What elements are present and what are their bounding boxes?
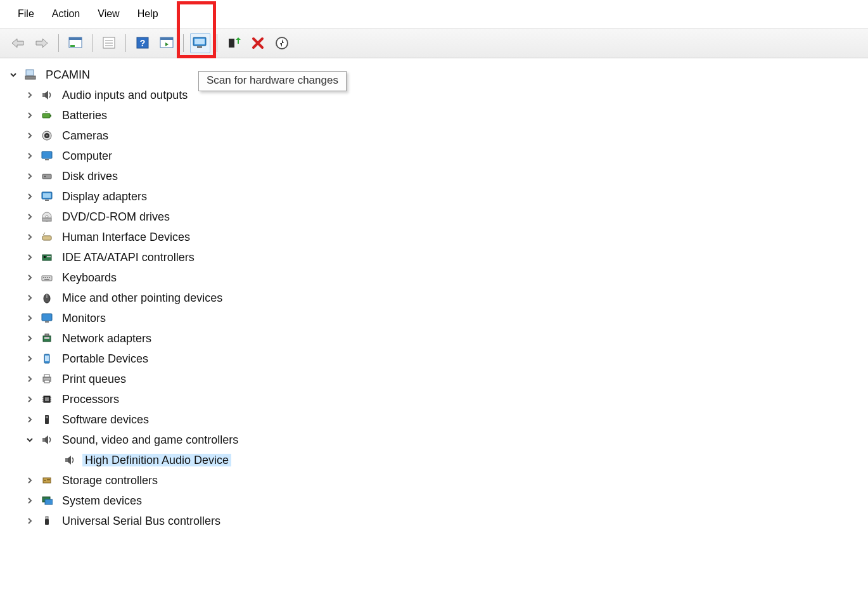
svg-marker-74 [68, 456, 71, 465]
toolbar-disable-button[interactable] [272, 33, 292, 53]
menu-action[interactable]: Action [43, 4, 89, 23]
update-driver-icon [227, 36, 241, 50]
toolbar-scan-hardware-button[interactable] [190, 33, 210, 53]
category-label[interactable]: Processors [60, 393, 122, 406]
tree-category[interactable]: Sound, video and game controllers [8, 430, 868, 450]
arrow-left-icon [11, 37, 25, 49]
tree-device[interactable]: High Definition Audio Device [8, 450, 868, 470]
category-label[interactable]: Human Interface Devices [60, 231, 193, 243]
tree-category[interactable]: Batteries [8, 105, 868, 125]
hid-icon [41, 231, 53, 243]
category-label[interactable]: Keyboards [60, 271, 119, 284]
expander-collapsed-icon[interactable] [24, 89, 35, 101]
root-label[interactable]: PCAMIN [43, 68, 93, 81]
tree-category[interactable]: Processors [8, 389, 868, 409]
tree-category[interactable]: Computer [8, 146, 868, 166]
category-label[interactable]: DVD/CD-ROM drives [60, 210, 172, 223]
toolbar: ? [0, 28, 868, 58]
expander-collapsed-icon[interactable] [24, 292, 35, 304]
expander-collapsed-icon[interactable] [24, 110, 35, 121]
printer-icon [41, 373, 53, 385]
expander-collapsed-icon[interactable] [24, 252, 35, 263]
category-label[interactable]: Monitors [60, 312, 108, 324]
expander-collapsed-icon[interactable] [24, 414, 35, 425]
tree-category[interactable]: DVD/CD-ROM drives [8, 207, 868, 227]
storage-icon [41, 474, 53, 487]
battery-icon [41, 109, 53, 122]
tree-category[interactable]: Mice and other pointing devices [8, 288, 868, 308]
category-label[interactable]: Sound, video and game controllers [60, 433, 241, 446]
expander-collapsed-icon[interactable] [24, 475, 35, 486]
svg-rect-28 [42, 151, 52, 158]
expander-collapsed-icon[interactable] [24, 272, 35, 283]
tree-category[interactable]: Disk drives [8, 166, 868, 186]
tree-root[interactable]: PCAMIN [8, 65, 868, 85]
device-label[interactable]: High Definition Audio Device [82, 454, 231, 466]
tree-category[interactable]: Portable Devices [8, 349, 868, 369]
tree-category[interactable]: Storage controllers [8, 470, 868, 491]
category-label[interactable]: Network adapters [60, 332, 154, 345]
toolbar-help-button[interactable]: ? [132, 33, 153, 53]
tree-category[interactable]: Display adapters [8, 186, 868, 207]
tree-category[interactable]: Monitors [8, 308, 868, 328]
menu-view[interactable]: View [89, 4, 128, 23]
svg-rect-55 [44, 337, 49, 339]
tree-category[interactable]: Network adapters [8, 328, 868, 349]
menu-help[interactable]: Help [129, 4, 167, 23]
expander-collapsed-icon[interactable] [24, 394, 35, 405]
expander-collapsed-icon[interactable] [24, 515, 35, 527]
svg-marker-72 [45, 435, 48, 444]
mouse-icon [41, 292, 53, 304]
expander-expanded-icon[interactable] [8, 69, 19, 80]
expander-collapsed-icon[interactable] [24, 130, 35, 141]
tree-category[interactable]: Human Interface Devices [8, 227, 868, 247]
expander-collapsed-icon[interactable] [24, 150, 35, 162]
category-label[interactable]: System devices [60, 494, 144, 507]
category-label[interactable]: Display adapters [60, 190, 150, 203]
portable-icon [41, 352, 53, 365]
expander-collapsed-icon[interactable] [24, 495, 35, 506]
category-label[interactable]: Portable Devices [60, 352, 151, 365]
svg-rect-79 [45, 499, 53, 504]
toolbar-uninstall-button[interactable] [248, 33, 268, 53]
network-icon [41, 332, 53, 345]
toolbar-refresh-button[interactable] [156, 33, 177, 53]
menu-file[interactable]: File [9, 4, 43, 23]
category-label[interactable]: Universal Serial Bus controllers [60, 515, 223, 527]
category-label[interactable]: Print queues [60, 373, 129, 385]
tree-category[interactable]: IDE ATA/ATAPI controllers [8, 247, 868, 267]
expander-collapsed-icon[interactable] [24, 191, 35, 202]
toolbar-show-hide-tree-button[interactable] [65, 33, 86, 53]
tree-category[interactable]: Software devices [8, 409, 868, 430]
toolbar-properties-button[interactable] [99, 33, 119, 53]
expander-collapsed-icon[interactable] [24, 170, 35, 182]
tree-category[interactable]: System devices [8, 491, 868, 511]
expander-collapsed-icon[interactable] [24, 373, 35, 385]
expander-collapsed-icon[interactable] [24, 333, 35, 344]
category-label[interactable]: Storage controllers [60, 474, 160, 487]
toolbar-back-button[interactable] [8, 33, 28, 53]
tree-category[interactable]: Print queues [8, 369, 868, 389]
device-tree[interactable]: PCAMIN Audio inputs and outputs Batterie… [0, 58, 868, 531]
category-label[interactable]: Software devices [60, 413, 151, 426]
toolbar-forward-button[interactable] [32, 33, 52, 53]
category-label[interactable]: Mice and other pointing devices [60, 292, 225, 304]
expander-collapsed-icon[interactable] [24, 231, 35, 243]
category-label[interactable]: Disk drives [60, 170, 120, 183]
category-label[interactable]: Cameras [60, 129, 111, 142]
category-label[interactable]: Computer [60, 150, 115, 162]
category-label[interactable]: Audio inputs and outputs [60, 89, 190, 101]
tree-category[interactable]: Cameras [8, 125, 868, 146]
category-label[interactable]: IDE ATA/ATAPI controllers [60, 251, 197, 264]
tree-category[interactable]: Keyboards [8, 267, 868, 288]
expander-collapsed-icon[interactable] [24, 211, 35, 222]
expander-collapsed-icon[interactable] [24, 353, 35, 364]
toolbar-separator [92, 34, 93, 52]
svg-rect-23 [42, 113, 50, 118]
toolbar-update-driver-button[interactable] [224, 33, 244, 53]
expander-expanded-icon[interactable] [24, 434, 35, 446]
category-label[interactable]: Batteries [60, 109, 110, 122]
tree-category[interactable]: Universal Serial Bus controllers [8, 511, 868, 531]
expander-collapsed-icon[interactable] [24, 312, 35, 324]
tree-category[interactable]: Audio inputs and outputs [8, 85, 868, 105]
